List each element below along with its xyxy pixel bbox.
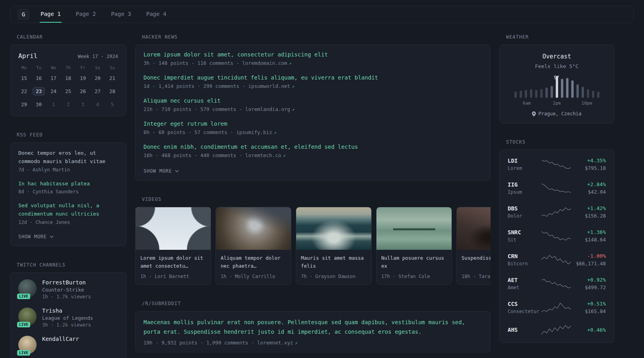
subreddit-post-title[interactable]: Maecenas mollis pulvinar erat non posuer… xyxy=(144,318,482,337)
calendar-day[interactable]: 29 xyxy=(17,99,31,109)
rss-list: Donec tempor eros leo, ut commodo mauris… xyxy=(18,149,118,225)
page-tabs: Page 1Page 2Page 3Page 4 xyxy=(40,6,167,23)
tab-page-1[interactable]: Page 1 xyxy=(40,6,62,23)
rss-show-more-button[interactable]: SHOW MORE xyxy=(18,234,54,239)
twitch-channel-category: League of Legends xyxy=(42,315,93,321)
calendar-week-year: Week 17 · 2024 xyxy=(78,54,118,59)
video-card[interactable]: Lorem ipsum dolor sit amet consectetu…1h… xyxy=(135,207,211,285)
calendar-day[interactable]: 27 xyxy=(90,86,105,96)
external-link-icon[interactable]: ↗ xyxy=(292,107,295,112)
subreddit-post-meta: 19h · 9,932 points · 1,090 comments · lo… xyxy=(144,340,482,346)
calendar-day[interactable]: 1 xyxy=(46,99,61,109)
twitch-channel-name[interactable]: ForrestBurton xyxy=(42,279,91,286)
stock-row[interactable]: AHS+0.46% xyxy=(508,319,606,340)
stock-values: +1.42%$156.28 xyxy=(571,205,606,219)
rss-item-title[interactable]: Sed volutpat nulla nisl, a condimentum n… xyxy=(18,202,118,218)
calendar-day-number: 30 xyxy=(36,101,42,107)
calendar-day[interactable]: 4 xyxy=(90,99,105,109)
external-link-icon[interactable]: ↗ xyxy=(283,153,285,158)
calendar-day[interactable]: 21 xyxy=(105,73,120,83)
calendar-day[interactable]: 15 xyxy=(17,73,31,83)
twitch-channel-name[interactable]: KendallCarr xyxy=(42,336,79,342)
stock-name: Dolor xyxy=(508,213,541,219)
video-card[interactable]: Nullam posuere cursus ex17h · Stefan Col… xyxy=(376,207,452,285)
hacker-news-item-title[interactable]: Donec enim nibh, condimentum et accumsan… xyxy=(144,144,482,150)
video-title: Lorem ipsum dolor sit amet consectetu… xyxy=(140,254,206,270)
stock-symbol: SNRC xyxy=(508,229,541,235)
calendar-day-number: 5 xyxy=(111,101,114,107)
calendar-day[interactable]: 20 xyxy=(90,73,105,83)
rss-item-title[interactable]: In hac habitasse platea xyxy=(18,180,118,188)
twitch-channel-info: TrishaLeague of Legends3h · 1.2k viewers xyxy=(42,307,93,328)
stock-row[interactable]: AETAmet+0.92%$499.72 xyxy=(508,272,606,296)
stock-row[interactable]: SNRCSit+1.36%$148.64 xyxy=(508,224,606,248)
video-card[interactable]: Aliquam tempor dolor nec phaetra…1h · Mo… xyxy=(215,207,291,285)
calendar-day[interactable]: 16 xyxy=(31,73,46,83)
app-logo[interactable]: G xyxy=(17,9,29,20)
stock-row[interactable]: LDILorem+4.35%$795.18 xyxy=(508,152,606,176)
weather-feels-like: Feels like 5°C xyxy=(506,63,607,69)
tab-page-4[interactable]: Page 4 xyxy=(145,6,167,23)
external-link-icon[interactable]: ↗ xyxy=(295,340,297,346)
twitch-channel-item[interactable]: LIVEForrestBurtonCounter-Strike1h · 1.7k… xyxy=(18,279,118,300)
tab-page-3[interactable]: Page 3 xyxy=(110,6,132,23)
calendar-day-header: Fr xyxy=(76,65,90,70)
hacker-news-show-more-button[interactable]: SHOW MORE xyxy=(144,168,179,174)
calendar-day-header: Mo xyxy=(17,65,31,70)
hacker-news-item-title[interactable]: Aliquam nec cursus elit xyxy=(144,97,482,104)
calendar-day[interactable]: 23 xyxy=(31,86,46,96)
video-card[interactable]: Mauris sit amet massa felis7h · Grayson … xyxy=(296,207,372,285)
tab-page-2[interactable]: Page 2 xyxy=(75,6,97,23)
weather-bar xyxy=(587,89,589,98)
twitch-channel-name[interactable]: Trisha xyxy=(42,307,93,314)
twitch-avatar-wrap: LIVE xyxy=(18,279,37,298)
hacker-news-item-meta-text: 1d · 1,414 points · 299 comments · ipsum… xyxy=(144,83,290,89)
hacker-news-item-title[interactable]: Lorem ipsum dolor sit amet, consectetur … xyxy=(144,51,482,58)
video-title: Aliquam tempor dolor nec phaetra… xyxy=(221,254,286,270)
weather-bar xyxy=(576,84,579,98)
video-meta: 18h · Tara xyxy=(462,274,491,279)
external-link-icon[interactable]: ↗ xyxy=(292,84,295,89)
rss-item-title[interactable]: Donec tempor eros leo, ut commodo mauris… xyxy=(18,149,118,166)
external-link-icon[interactable]: ↗ xyxy=(274,130,277,135)
stocks-section-label: STOCKS xyxy=(506,139,614,145)
stock-sparkline-chart xyxy=(541,325,571,335)
calendar-day[interactable]: 24 xyxy=(46,86,61,96)
calendar-day[interactable]: 18 xyxy=(61,73,76,83)
calendar-day[interactable]: 2 xyxy=(61,99,76,109)
calendar-day[interactable]: 26 xyxy=(76,86,90,96)
calendar-day[interactable]: 3 xyxy=(76,99,90,109)
twitch-channel-item[interactable]: LIVETrishaLeague of Legends3h · 1.2k vie… xyxy=(18,307,118,328)
hacker-news-item-title[interactable]: Donec imperdiet augue tincidunt felis al… xyxy=(144,74,482,81)
rss-show-more-label: SHOW MORE xyxy=(18,234,47,239)
hacker-news-item-meta-text: 6h · 60 points · 57 comments · ipsumify.… xyxy=(144,129,272,135)
stock-name: Ipsum xyxy=(508,189,541,195)
calendar-day[interactable]: 28 xyxy=(105,86,120,96)
calendar-day[interactable]: 25 xyxy=(61,86,76,96)
video-card-body: Aliquam tempor dolor nec phaetra…1h · Mo… xyxy=(216,250,291,284)
calendar-day-number: 16 xyxy=(36,75,42,81)
stock-row[interactable]: CCSConsectetur+0.51%$165.84 xyxy=(508,296,606,319)
video-card-body: Nullam posuere cursus ex17h · Stefan Col… xyxy=(376,250,452,284)
video-card[interactable]: Suspendisse diam18h · Tara xyxy=(456,207,491,285)
stock-name: Bitcorn xyxy=(508,261,541,267)
external-link-icon[interactable]: ↗ xyxy=(289,60,291,66)
hacker-news-item-meta: 3h · 148 points · 116 comments · loremdo… xyxy=(144,60,482,66)
twitch-widget: TWITCH CHANNELS LIVEForrestBurtonCounter… xyxy=(10,262,126,358)
calendar-day[interactable]: 19 xyxy=(76,73,90,83)
hacker-news-item-title[interactable]: Integer eget rutrum lorem xyxy=(144,121,482,127)
stock-row[interactable]: CRNBitcorn-1.00%$66,171.48 xyxy=(508,248,606,272)
video-meta: 1h · Lori Barnett xyxy=(140,274,206,279)
stock-row[interactable]: IIGIpsum+2.84%$42.04 xyxy=(508,176,606,200)
twitch-channel-viewers: 3h · 1.2k viewers xyxy=(42,322,93,328)
video-thumbnail xyxy=(296,207,371,250)
calendar-day[interactable]: 17 xyxy=(46,73,61,83)
twitch-channel-item[interactable]: LIVEKendallCarr xyxy=(18,336,118,354)
weather-hour-label: 2pm xyxy=(553,101,561,106)
calendar-day[interactable]: 5 xyxy=(105,99,120,109)
weather-hour-axis: 6am2pm10pm xyxy=(514,101,599,107)
calendar-day[interactable]: 22 xyxy=(17,86,31,96)
calendar-day-number: 1 xyxy=(52,101,55,107)
calendar-day[interactable]: 30 xyxy=(31,99,46,109)
stock-row[interactable]: DBSDolor+1.42%$156.28 xyxy=(508,200,606,224)
